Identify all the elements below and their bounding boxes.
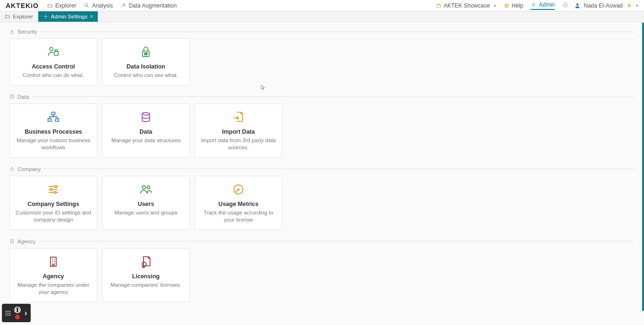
- section-header-data: Data: [9, 94, 635, 100]
- notifications-icon[interactable]: [562, 2, 568, 9]
- nav-data-aug-label: Data Augmentation: [128, 2, 177, 9]
- card-desc: Manage the companies under your agency: [15, 282, 92, 296]
- lock-icon: [9, 29, 15, 34]
- workflow-icon: [47, 111, 60, 124]
- svg-point-3: [533, 4, 534, 5]
- card-data-isolation[interactable]: Data Isolation Control who can see what.: [102, 38, 190, 86]
- crown-icon: ♛: [627, 2, 632, 9]
- svg-point-23: [238, 188, 239, 190]
- tab-admin-settings-label: Admin Settings: [51, 14, 87, 19]
- svg-point-7: [50, 47, 53, 51]
- nav-admin[interactable]: Admin: [531, 1, 555, 10]
- lock-icon: [9, 166, 15, 171]
- card-usage-metrics[interactable]: Usage Metrics Track the usage according …: [195, 176, 282, 230]
- nav-analysis[interactable]: Analysis: [84, 2, 113, 9]
- screen-recorder-widget[interactable]: ❚❚ ›: [2, 304, 31, 322]
- card-desc: Import data from 3rd party data sources.: [200, 137, 277, 152]
- nav-data-augmentation[interactable]: Data Augmentation: [120, 2, 177, 9]
- license-icon: [139, 255, 153, 268]
- building-icon: [47, 255, 60, 268]
- card-business-processes[interactable]: Business Processes Manage your custom bu…: [9, 103, 97, 158]
- folder-icon: [47, 3, 53, 9]
- card-company-settings[interactable]: Company Settings Customize your iO setti…: [9, 176, 97, 230]
- tab-explorer[interactable]: Explorer: [0, 11, 38, 22]
- divider: [32, 96, 635, 97]
- card-title: Business Processes: [25, 128, 82, 135]
- svg-rect-1: [437, 5, 441, 7]
- section-label-company: Company: [17, 166, 41, 172]
- topbar: AKTEKiO Explorer Analysis Data Augmentat…: [0, 0, 644, 11]
- svg-rect-13: [48, 119, 51, 121]
- database-icon: [139, 111, 153, 124]
- section-label-security: Security: [17, 29, 37, 34]
- card-title: Data Isolation: [127, 63, 165, 70]
- stop-record-button[interactable]: [15, 315, 20, 319]
- help-icon: [504, 3, 509, 9]
- svg-rect-14: [55, 119, 59, 121]
- brand-logo: AKTEKiO: [6, 2, 39, 9]
- card-desc: Track the usage according to your licens…: [200, 209, 277, 224]
- card-desc: Control who can see what.: [114, 72, 178, 79]
- scrollbar[interactable]: [642, 23, 644, 311]
- building-icon: [9, 239, 15, 244]
- chevron-down-icon: ▾: [636, 3, 638, 8]
- svg-point-21: [147, 186, 150, 188]
- user-menu[interactable]: Nada El-Aswad ♛ ▾: [574, 2, 638, 9]
- card-licensing[interactable]: Licensing Manage companies' licenses.: [102, 248, 190, 302]
- chevron-down-icon: ▾: [494, 3, 496, 8]
- card-desc: Manage your custom business workflows: [15, 137, 92, 152]
- card-title: Agency: [42, 273, 64, 280]
- pause-button[interactable]: ❚❚: [14, 307, 21, 313]
- card-users[interactable]: Users Manage users and groups: [102, 176, 190, 230]
- card-agency[interactable]: Agency Manage the companies under your a…: [9, 248, 97, 302]
- users-icon: [139, 183, 153, 196]
- database-icon: [9, 94, 15, 99]
- avatar-icon: [574, 2, 581, 9]
- sliders-icon: [47, 183, 60, 196]
- card-import-data[interactable]: Import Data Import data from 3rd party d…: [195, 103, 282, 158]
- svg-point-20: [142, 186, 145, 189]
- divider: [38, 241, 635, 241]
- card-title: Access Control: [32, 63, 75, 70]
- svg-point-19: [54, 191, 56, 193]
- workspace-selector[interactable]: AKTEK Showcase ▾: [436, 2, 496, 9]
- card-desc: Manage users and groups: [114, 209, 178, 217]
- nav-explorer-label: Explorer: [55, 2, 76, 9]
- tab-explorer-label: Explorer: [13, 14, 33, 19]
- svg-point-15: [142, 112, 150, 115]
- card-desc: Manage your data structures: [111, 137, 180, 145]
- svg-rect-12: [52, 112, 55, 114]
- drag-handle-icon[interactable]: [6, 311, 10, 316]
- svg-point-5: [45, 16, 46, 17]
- svg-point-17: [55, 185, 57, 187]
- card-desc: Manage companies' licenses.: [110, 282, 182, 289]
- divider: [40, 32, 635, 32]
- tab-admin-settings[interactable]: Admin Settings ×: [38, 11, 98, 22]
- nav-analysis-label: Analysis: [92, 2, 113, 9]
- section-label-data: Data: [17, 94, 29, 100]
- search-icon: [84, 3, 90, 9]
- section-label-agency: Agency: [17, 239, 35, 244]
- folder-icon: [5, 14, 10, 19]
- expand-recorder-button[interactable]: ›: [25, 309, 27, 317]
- card-data[interactable]: Data Manage your data structures: [102, 103, 190, 158]
- tabbar: Explorer Admin Settings ×: [0, 11, 644, 22]
- card-title: Users: [138, 201, 154, 207]
- card-title: Usage Metrics: [219, 201, 259, 207]
- admin-settings-panel: Security Access Control Control who can …: [0, 22, 644, 325]
- nav-admin-label: Admin: [539, 1, 555, 8]
- card-title: Licensing: [132, 273, 160, 280]
- svg-rect-6: [11, 32, 14, 34]
- card-title: Import Data: [222, 128, 254, 135]
- access-control-icon: [47, 45, 60, 59]
- nav-explorer[interactable]: Explorer: [47, 2, 76, 9]
- card-desc: Customize your iO settings and company d…: [15, 209, 92, 224]
- svg-point-4: [576, 3, 579, 6]
- card-access-control[interactable]: Access Control Control who can do what.: [9, 38, 97, 86]
- briefcase-icon: [436, 3, 441, 9]
- gear-icon: [531, 2, 536, 8]
- svg-point-18: [50, 188, 52, 190]
- close-icon[interactable]: ×: [90, 13, 93, 20]
- data-isolation-icon: [139, 45, 153, 59]
- nav-help[interactable]: Help: [504, 2, 524, 9]
